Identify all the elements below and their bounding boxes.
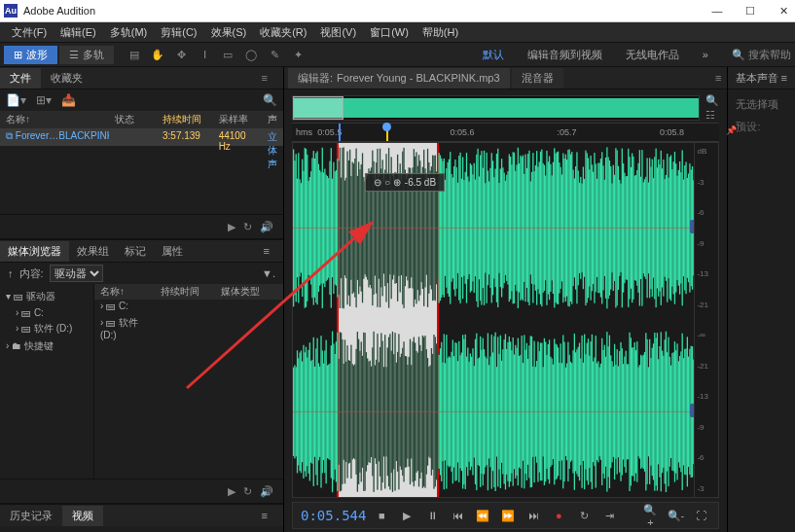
time-ruler[interactable]: hms 0:05.5 0:05.6 :05.7 0:05.8 📌 xyxy=(292,123,719,142)
import-icon[interactable]: 📥 xyxy=(61,93,76,107)
tab-video[interactable]: 视频 xyxy=(62,506,103,526)
tree-c[interactable]: › 🖴 C: xyxy=(2,305,91,320)
tree-root[interactable]: ▾ 🖴 驱动器 xyxy=(2,288,91,305)
mixer-tab[interactable]: 混音器 xyxy=(512,68,563,89)
play-preview-icon[interactable]: ▶ xyxy=(228,221,235,233)
content-label: 内容: xyxy=(19,266,44,281)
tree-d[interactable]: › 🖴 软件 (D:) xyxy=(2,320,91,337)
multitrack-view-button[interactable]: ☰多轨 xyxy=(59,46,114,64)
browser-col-type[interactable]: 媒体类型 xyxy=(215,284,283,300)
right-column: 基本声音≡ 无选择项 预设: xyxy=(727,67,795,532)
browser-row[interactable]: › 🖴 C: xyxy=(94,300,283,315)
autoplay-preview-icon[interactable]: 🔊 xyxy=(260,485,273,498)
col-channels[interactable]: 声道 xyxy=(262,111,283,128)
menu-clip[interactable]: 剪辑(C) xyxy=(155,25,202,40)
time-selection-tool-icon[interactable]: Ⅰ xyxy=(196,49,213,61)
lasso-tool-icon[interactable]: ◯ xyxy=(242,49,260,61)
go-end-button[interactable]: ⏭ xyxy=(524,510,543,521)
tab-media-browser[interactable]: 媒体浏览器 xyxy=(0,241,69,262)
file-row[interactable]: ⧉ Forever…BLACKPINK.mp3 3:57.139 44100 H… xyxy=(0,128,283,146)
browser-col-dur[interactable]: 持续时间 xyxy=(155,284,215,300)
marquee-tool-icon[interactable]: ▭ xyxy=(219,49,236,61)
menu-edit[interactable]: 编辑(E) xyxy=(54,25,102,40)
col-samplerate[interactable]: 采样率 xyxy=(213,111,262,128)
menu-window[interactable]: 窗口(W) xyxy=(364,25,415,40)
browser-up-icon[interactable]: ↑ xyxy=(8,267,14,279)
menu-file[interactable]: 文件(F) xyxy=(6,25,53,40)
record-button[interactable]: ● xyxy=(549,510,568,521)
tab-markers[interactable]: 标记 xyxy=(117,241,154,262)
skip-selection-button[interactable]: ⇥ xyxy=(599,510,619,522)
channel-right: R xyxy=(293,327,694,497)
workspace-default[interactable]: 默认 xyxy=(473,46,514,64)
files-search-icon[interactable]: 🔍 xyxy=(263,93,277,107)
zoom-full-icon[interactable]: ⛶ xyxy=(691,510,710,521)
loop-preview-icon[interactable]: ↻ xyxy=(243,485,252,498)
overview-viewport[interactable] xyxy=(293,96,343,120)
window-titlebar: Au Adobe Audition — ☐ ✕ xyxy=(0,0,795,22)
maximize-button[interactable]: ☐ xyxy=(742,5,758,18)
loop-button[interactable]: ↻ xyxy=(574,510,594,522)
zoom-in-icon[interactable]: 🔍+ xyxy=(640,504,660,528)
tab-effects-rack[interactable]: 效果组 xyxy=(69,241,117,262)
bottom-panel-menu-icon[interactable]: ≡ xyxy=(252,507,277,524)
essential-sound-menu-icon[interactable]: ≡ xyxy=(781,72,787,84)
loop-preview-icon[interactable]: ↻ xyxy=(243,221,252,233)
browser-filter-icon[interactable]: ▼. xyxy=(262,267,275,279)
editor-tab[interactable]: 编辑器:Forever Young - BLACKPINK.mp3 xyxy=(288,68,510,89)
menu-multitrack[interactable]: 多轨(M) xyxy=(104,25,154,40)
workspace-radio[interactable]: 无线电作品 xyxy=(616,46,689,64)
menu-view[interactable]: 视图(V) xyxy=(314,25,362,40)
selection-start-marker[interactable] xyxy=(339,124,341,141)
move-tool-icon[interactable]: ✥ xyxy=(172,49,190,61)
spectral-view-icon[interactable]: ☷ xyxy=(705,109,719,122)
stop-button[interactable]: ■ xyxy=(372,510,391,521)
pause-button[interactable]: ⏸ xyxy=(422,510,442,521)
forward-button[interactable]: ⏩ xyxy=(498,510,518,522)
files-panel-menu-icon[interactable]: ≡ xyxy=(252,69,277,87)
minimize-button[interactable]: — xyxy=(709,5,725,18)
drive-select[interactable]: 驱动器 xyxy=(50,265,103,282)
volume-hud[interactable]: ⊖ ○ ⊕ -6.5 dB xyxy=(365,173,445,192)
play-button[interactable]: ▶ xyxy=(397,510,416,522)
col-status[interactable]: 状态 xyxy=(109,111,157,128)
new-multitrack-icon[interactable]: ⊞▾ xyxy=(36,93,52,107)
browser-col-name[interactable]: 名称↑ xyxy=(94,284,155,300)
browser-row[interactable]: › 🖴 软件 (D:) xyxy=(94,315,283,331)
search-help[interactable]: 🔍 搜索帮助 xyxy=(732,48,791,62)
open-file-icon[interactable]: 📄▾ xyxy=(6,93,26,107)
tree-shortcuts[interactable]: › 🖿 快捷键 xyxy=(2,337,91,355)
pin-icon[interactable]: 📌 xyxy=(726,125,737,135)
tab-files[interactable]: 文件 xyxy=(0,68,41,89)
col-name[interactable]: 名称↑ xyxy=(0,111,109,128)
waveform-editor[interactable]: ⊖ ○ ⊕ -6.5 dB L R xyxy=(292,142,695,498)
col-duration[interactable]: 持续时间 xyxy=(157,111,213,128)
menu-help[interactable]: 帮助(H) xyxy=(416,25,464,40)
menu-favorites[interactable]: 收藏夹(R) xyxy=(254,25,312,40)
tab-properties[interactable]: 属性 xyxy=(154,241,191,262)
go-start-button[interactable]: ⏮ xyxy=(448,510,467,521)
timecode[interactable]: 0:05.544 xyxy=(301,508,366,523)
editor-panel-menu-icon[interactable]: ≡ xyxy=(715,72,721,84)
play-preview-icon[interactable]: ▶ xyxy=(228,485,235,498)
workspace-edit-audio-to-video[interactable]: 编辑音频到视频 xyxy=(518,46,612,64)
hand-tool-icon[interactable]: ✋ xyxy=(149,49,166,61)
spectral-toggle-icon[interactable]: ▤ xyxy=(126,49,143,61)
tab-history[interactable]: 历史记录 xyxy=(0,506,62,526)
waveform-view-button[interactable]: ⊞波形 xyxy=(4,46,57,64)
menu-effects[interactable]: 效果(S) xyxy=(205,25,253,40)
zoom-icon[interactable]: 🔍 xyxy=(705,94,719,107)
browser-panel-menu-icon[interactable]: ≡ xyxy=(256,242,277,260)
workspace-more[interactable]: » xyxy=(693,47,718,62)
app-title: Adobe Audition xyxy=(23,5,709,17)
brush-tool-icon[interactable]: ✎ xyxy=(266,49,283,61)
overview-waveform[interactable] xyxy=(292,95,700,121)
close-button[interactable]: ✕ xyxy=(776,5,791,18)
tab-favorites[interactable]: 收藏夹 xyxy=(41,68,92,89)
heal-tool-icon[interactable]: ✦ xyxy=(289,49,307,61)
autoplay-preview-icon[interactable]: 🔊 xyxy=(260,221,273,233)
rewind-button[interactable]: ⏪ xyxy=(473,510,492,522)
zoom-out-icon[interactable]: 🔍- xyxy=(666,510,685,522)
playhead-handle[interactable] xyxy=(382,123,391,131)
no-selection-label: 无选择项 xyxy=(736,97,787,112)
